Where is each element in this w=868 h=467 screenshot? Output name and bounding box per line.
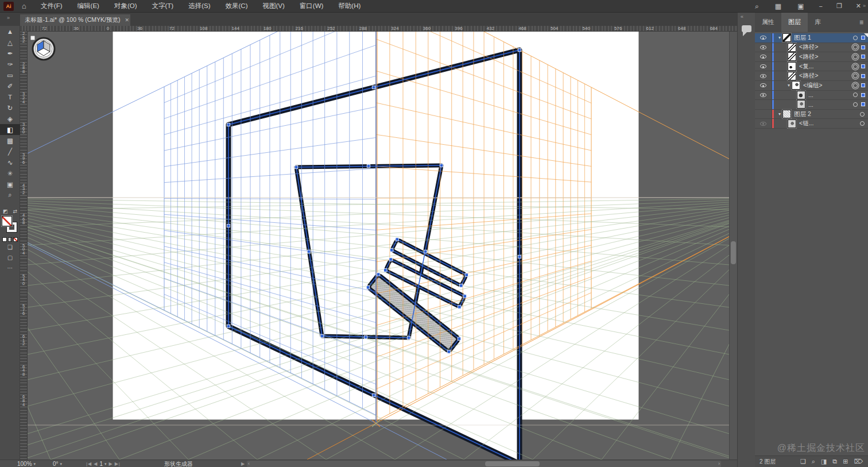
menu-view[interactable]: 视图(V) [255,0,292,12]
pen-tool[interactable]: ✒ [0,48,20,59]
target-circle-icon[interactable] [853,92,858,97]
panel-tab-libraries[interactable]: 库 [808,13,828,32]
target-circle-icon[interactable] [853,102,858,107]
gradient-mode-chip[interactable] [8,237,13,242]
rotation-select[interactable]: 0° ▾ [53,460,62,467]
horizontal-scrollbar-thumb[interactable] [485,461,540,466]
target-circle-icon[interactable] [853,64,858,69]
width-tool[interactable]: ∿ [0,157,20,168]
type-tool[interactable]: T [0,91,20,102]
rotate-tool[interactable]: ↻ [0,102,20,113]
visibility-toggle[interactable] [755,43,772,52]
chevron-down-icon[interactable]: ▾ [104,462,107,466]
horizontal-scrollbar[interactable]: ‹ › [247,461,721,467]
menu-file[interactable]: 文件(F) [33,0,70,12]
previous-artboard-icon[interactable]: ◀ [94,461,98,466]
collapse-panels-icon[interactable]: » [863,3,866,9]
clipping-mask-icon[interactable]: ◨ [821,458,827,465]
minimize-button[interactable]: − [812,0,829,12]
vertical-scrollbar[interactable] [729,32,737,460]
target-circle-icon[interactable] [853,55,858,59]
last-artboard-icon[interactable]: ▶| [115,461,121,466]
layer-thumbnail[interactable] [788,43,796,52]
fill-color-chip[interactable] [2,216,12,226]
chevron-down-icon[interactable]: ▾ [778,111,781,117]
selection-square[interactable] [861,93,865,97]
workspace-switcher-icon[interactable]: ▦ [767,2,789,10]
next-artboard-icon[interactable]: ▶ [108,461,113,466]
target-circle-icon[interactable] [853,36,858,40]
selection-square[interactable] [861,55,865,59]
screen-mode-icon[interactable]: ▢ [0,252,20,263]
expand-panels-icon[interactable]: « [741,14,743,20]
new-layer-icon[interactable]: ⊞ [843,458,848,465]
visibility-toggle[interactable] [755,71,772,80]
selection-square[interactable] [861,102,865,106]
first-artboard-icon[interactable]: |◀ [86,461,92,466]
layer-thumbnail[interactable] [788,119,796,128]
visibility-toggle[interactable] [755,33,772,43]
chevron-down-icon[interactable]: ▾ [788,83,790,88]
visibility-toggle[interactable] [755,52,772,61]
zoom-tool[interactable]: ⌕ [0,190,20,200]
menu-effect[interactable]: 效果(C) [218,0,255,12]
zoom-level-select[interactable]: 100% ▾ [17,460,36,467]
selection-square[interactable] [861,64,865,68]
layer-thumbnail[interactable] [792,81,800,90]
vertical-scrollbar-thumb[interactable] [731,241,736,264]
swap-colors-icon[interactable]: ⇄ [13,209,17,215]
comment-bubble-icon[interactable] [742,25,751,32]
layer-thumbnail[interactable] [797,100,805,109]
layer-row[interactable]: <链... [755,119,868,129]
menu-edit[interactable]: 编辑(E) [70,0,107,12]
tab-close-icon[interactable]: ✕ [125,17,129,23]
layer-thumbnail[interactable] [797,91,805,99]
selection-square[interactable] [861,74,865,78]
selection-square[interactable] [861,45,865,49]
menu-help[interactable]: 帮助(H) [331,0,368,12]
target-circle-icon[interactable] [853,45,858,49]
layer-row[interactable]: ▾<编组> [755,81,868,91]
layer-thumbnail[interactable] [788,72,796,80]
home-icon[interactable]: ⌂ [22,2,26,10]
visibility-toggle[interactable] [755,119,772,128]
tab-overflow-icon[interactable]: » [7,15,9,21]
layer-row[interactable]: ▾图层 1 [755,33,868,43]
status-play-icon[interactable]: ▶ [241,460,245,467]
visibility-toggle[interactable] [755,110,772,119]
artboard-tool[interactable]: ▣ [0,179,20,190]
paintbrush-tool[interactable]: ✐ [0,80,20,91]
visibility-toggle[interactable] [755,91,772,100]
draw-mode-icon[interactable]: ❏ [0,242,20,252]
direct-selection-tool[interactable]: △ [0,37,20,48]
panel-menu-icon[interactable]: ≡ [859,18,863,26]
layer-thumbnail[interactable] [782,33,791,42]
visibility-toggle[interactable] [755,81,772,90]
menu-type[interactable]: 文字(T) [145,0,181,12]
layer-row[interactable]: ... [755,100,868,110]
scroll-right-icon[interactable]: › [718,461,720,466]
gradient-tool[interactable]: ▩ [0,135,20,146]
layer-row[interactable]: <路径> [755,52,868,62]
arrange-documents-icon[interactable]: ▣ [789,2,812,10]
layer-row[interactable]: <路径> [755,71,868,81]
selection-square[interactable] [861,83,865,87]
visibility-toggle[interactable] [755,62,772,71]
default-colors-icon[interactable]: ◩ [3,209,8,215]
restore-button[interactable]: ❐ [830,0,849,12]
search-icon[interactable]: ⌕ [747,2,767,10]
collect-for-export-icon[interactable]: ❏ [800,458,806,465]
menu-window[interactable]: 窗口(W) [292,0,331,12]
shape-builder-tool[interactable]: ◧ [0,124,20,135]
layer-thumbnail[interactable] [782,110,791,118]
layer-row[interactable]: <复... [755,62,868,72]
visibility-toggle[interactable] [755,100,772,109]
artboard-view[interactable] [28,32,729,460]
rectangle-tool[interactable]: ▭ [0,70,20,80]
artboard-number[interactable]: 1 [99,461,103,467]
locate-object-icon[interactable]: ⌕ [812,458,815,465]
target-circle-icon[interactable] [853,83,858,88]
layer-thumbnail[interactable] [788,52,796,61]
color-mode-chip[interactable] [2,237,7,242]
vertical-ruler[interactable]: 2 5 22 8 83 2 43 6 03 9 64 3 24 6 85 0 4… [20,32,28,460]
